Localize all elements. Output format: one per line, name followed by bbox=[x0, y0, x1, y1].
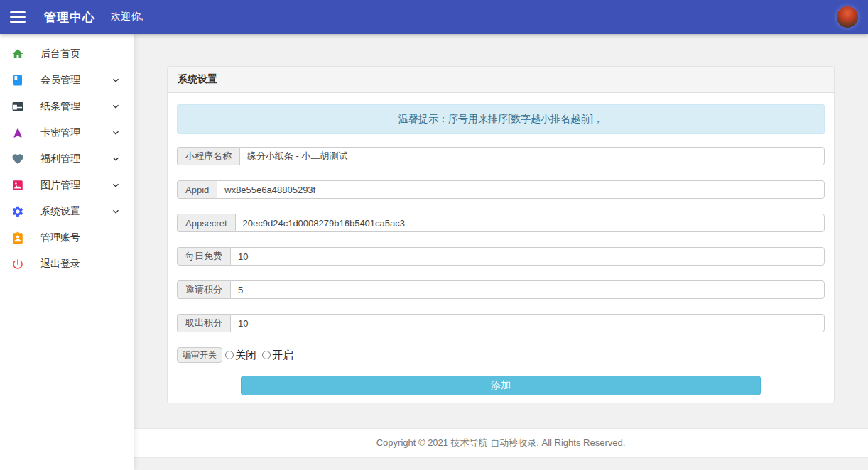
audit-switch-row: 骗审开关 关闭 开启 bbox=[177, 347, 825, 363]
appsecret-input[interactable] bbox=[235, 214, 825, 232]
power-icon bbox=[11, 258, 24, 270]
chevron-down-icon bbox=[111, 207, 121, 217]
sidebar-item-label: 管理账号 bbox=[40, 231, 121, 244]
sidebar-item-label: 后台首页 bbox=[40, 48, 121, 60]
topbar: 管理中心 欢迎你, bbox=[0, 0, 868, 34]
field-label: 小程序名称 bbox=[177, 147, 239, 165]
field-appid: Appid bbox=[177, 180, 825, 199]
sidebar-item-home[interactable]: 后台首页 bbox=[0, 40, 134, 67]
mini-program-name-input[interactable] bbox=[239, 147, 825, 165]
field-invite-points: 邀请积分 bbox=[177, 280, 825, 299]
field-label: Appid bbox=[177, 180, 217, 199]
home-icon bbox=[11, 48, 24, 60]
field-daily-free: 每日免费 bbox=[177, 247, 825, 266]
audit-switch-on-option[interactable]: 开启 bbox=[262, 349, 293, 362]
sidebar: 后台首页 会员管理 纸条管理 卡密管理 福利管理 bbox=[0, 34, 134, 470]
audit-switch-label: 骗审开关 bbox=[177, 347, 222, 363]
field-withdraw-points: 取出积分 bbox=[177, 314, 825, 332]
settings-panel: 系统设置 温馨提示：序号用来排序[数字越小排名越前]， 小程序名称 Appid … bbox=[167, 66, 835, 403]
sidebar-item-images[interactable]: 图片管理 bbox=[0, 172, 134, 198]
navigation-arrow-icon bbox=[11, 126, 24, 139]
sidebar-item-card-keys[interactable]: 卡密管理 bbox=[0, 119, 134, 146]
sidebar-item-members[interactable]: 会员管理 bbox=[0, 67, 134, 93]
invite-points-input[interactable] bbox=[230, 280, 825, 299]
sidebar-item-welfare[interactable]: 福利管理 bbox=[0, 146, 134, 172]
main-content: 系统设置 温馨提示：序号用来排序[数字越小排名越前]， 小程序名称 Appid … bbox=[134, 34, 868, 470]
copyright-text: Copyright © 2021 技术导航 自动秒收录. All Rights … bbox=[376, 437, 626, 448]
note-layout-icon bbox=[11, 100, 24, 113]
sidebar-item-admin-account[interactable]: 管理账号 bbox=[0, 224, 134, 251]
sidebar-item-label: 纸条管理 bbox=[40, 100, 111, 113]
heart-icon bbox=[11, 153, 24, 165]
sidebar-item-label: 退出登录 bbox=[40, 258, 121, 270]
image-icon bbox=[11, 179, 24, 192]
field-label: Appsecret bbox=[177, 214, 235, 232]
audit-switch-off-option[interactable]: 关闭 bbox=[225, 349, 256, 362]
info-alert: 温馨提示：序号用来排序[数字越小排名越前]， bbox=[177, 104, 825, 134]
audit-off-radio[interactable] bbox=[225, 351, 234, 359]
chevron-down-icon bbox=[111, 75, 121, 85]
chevron-down-icon bbox=[111, 180, 121, 190]
chevron-down-icon bbox=[111, 128, 121, 138]
member-book-icon bbox=[11, 74, 24, 87]
sidebar-item-label: 会员管理 bbox=[40, 74, 111, 87]
sidebar-item-notes[interactable]: 纸条管理 bbox=[0, 93, 134, 119]
sidebar-item-label: 图片管理 bbox=[40, 179, 111, 192]
panel-title: 系统设置 bbox=[168, 67, 834, 93]
account-badge-icon bbox=[11, 231, 24, 244]
field-label: 邀请积分 bbox=[177, 280, 230, 299]
user-avatar[interactable] bbox=[837, 6, 858, 28]
panel-body: 温馨提示：序号用来排序[数字越小排名越前]， 小程序名称 Appid Appse… bbox=[168, 93, 834, 403]
field-mini-program-name: 小程序名称 bbox=[177, 147, 825, 165]
sidebar-item-settings[interactable]: 系统设置 bbox=[0, 198, 134, 224]
chevron-down-icon bbox=[111, 102, 121, 111]
chevron-down-icon bbox=[111, 154, 121, 164]
gear-icon bbox=[11, 205, 24, 218]
field-label: 每日免费 bbox=[177, 247, 230, 266]
app-title: 管理中心 bbox=[44, 9, 95, 26]
daily-free-input[interactable] bbox=[230, 247, 825, 266]
field-label: 取出积分 bbox=[177, 314, 230, 332]
welcome-text: 欢迎你, bbox=[111, 11, 143, 23]
appid-input[interactable] bbox=[217, 180, 825, 199]
sidebar-item-logout[interactable]: 退出登录 bbox=[0, 251, 134, 277]
sidebar-item-label: 系统设置 bbox=[40, 205, 111, 218]
withdraw-points-input[interactable] bbox=[230, 314, 825, 332]
footer: Copyright © 2021 技术导航 自动秒收录. All Rights … bbox=[134, 428, 868, 458]
field-appsecret: Appsecret bbox=[177, 214, 825, 232]
audit-on-radio[interactable] bbox=[262, 351, 271, 359]
add-button[interactable]: 添加 bbox=[241, 376, 761, 395]
sidebar-item-label: 卡密管理 bbox=[40, 126, 111, 139]
sidebar-item-label: 福利管理 bbox=[40, 153, 111, 165]
menu-hamburger-icon[interactable] bbox=[10, 9, 26, 26]
